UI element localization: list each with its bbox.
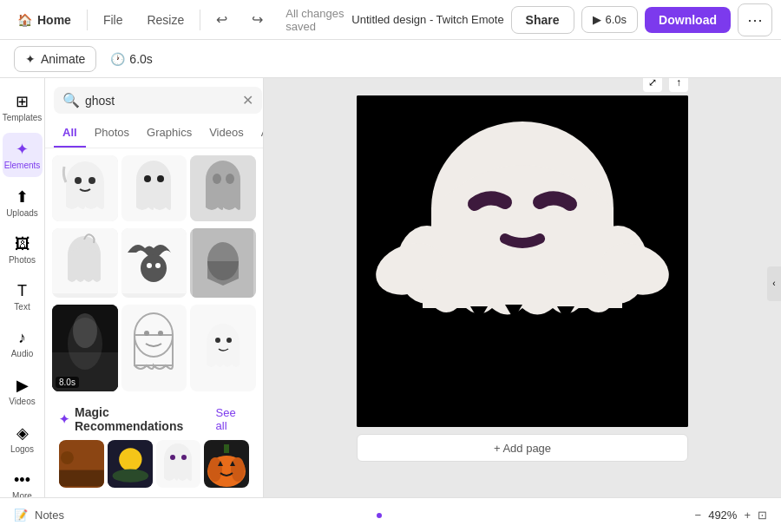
- sidebar-item-videos[interactable]: ▶ Videos: [3, 369, 43, 413]
- sidebar-label-photos: Photos: [9, 255, 36, 265]
- svg-point-6: [144, 175, 151, 182]
- sidebar-label-logos: Logos: [10, 444, 34, 454]
- videos-icon: ▶: [16, 376, 29, 395]
- magic-img-2: [108, 440, 153, 488]
- result-item-6[interactable]: [190, 228, 256, 298]
- svg-point-10: [213, 174, 221, 184]
- result-item-3[interactable]: [190, 155, 256, 221]
- result-item-4[interactable]: [52, 228, 118, 298]
- zoom-out-button[interactable]: −: [695, 509, 702, 522]
- svg-point-15: [147, 263, 152, 268]
- canvas-scroll[interactable]: ⤢ ↑: [264, 78, 781, 497]
- redo-button[interactable]: ↪: [243, 6, 272, 33]
- topbar: 🏠 Home File Resize ↩ ↪ All changes saved…: [0, 0, 781, 40]
- notes-label[interactable]: Notes: [35, 509, 64, 522]
- svg-point-27: [158, 331, 163, 336]
- download-button[interactable]: Download: [645, 7, 731, 33]
- tab-videos[interactable]: Videos: [200, 119, 253, 148]
- result-item-5[interactable]: [121, 228, 187, 298]
- svg-point-16: [155, 263, 161, 268]
- sidebar-label-audio: Audio: [11, 349, 34, 358]
- fit-page-button[interactable]: ⊡: [758, 509, 767, 522]
- bottombar-right: − 492% + ⊡: [695, 509, 767, 522]
- magic-title-text: Magic Recommendations: [75, 405, 216, 433]
- result-item-8[interactable]: [121, 305, 187, 391]
- svg-rect-19: [207, 261, 239, 279]
- home-button[interactable]: 🏠 Home: [9, 8, 80, 32]
- tab-all[interactable]: All: [54, 119, 86, 148]
- search-panel: 🔍 ✕ ⚙ All Photos Graphics Videos Audio: [45, 78, 264, 497]
- result-item-1[interactable]: [52, 155, 118, 221]
- result-item-2[interactable]: [121, 155, 187, 221]
- magic-title: ✦ Magic Recommendations: [59, 405, 216, 433]
- export-icon[interactable]: ↑: [669, 78, 688, 92]
- sidebar-item-logos[interactable]: ◈ Logos: [3, 417, 43, 461]
- page-dot-1: [377, 513, 382, 518]
- magic-item-3[interactable]: [156, 440, 201, 488]
- zoom-in-button[interactable]: +: [744, 509, 751, 522]
- more-options-button[interactable]: ⋯: [738, 3, 772, 36]
- sidebar-item-photos[interactable]: 🖼 Photos: [3, 228, 43, 272]
- resize-button[interactable]: Resize: [138, 8, 193, 32]
- sidebar-item-templates[interactable]: ⊞ Templates: [3, 85, 43, 129]
- svg-point-11: [226, 174, 234, 184]
- animate-button[interactable]: ✦ Animate: [14, 46, 96, 72]
- search-icon: 🔍: [62, 92, 80, 108]
- magic-item-2[interactable]: [108, 440, 153, 488]
- result-img-5: [121, 228, 187, 294]
- sidebar-label-more: More: [12, 491, 32, 497]
- add-page-button[interactable]: + Add page: [357, 434, 688, 462]
- play-icon: ▶: [593, 13, 601, 26]
- svg-point-14: [141, 254, 167, 282]
- sidebar-label-elements: Elements: [4, 161, 41, 170]
- magic-item-1[interactable]: [59, 440, 104, 488]
- tab-photos[interactable]: Photos: [86, 119, 138, 148]
- play-duration: 6.0s: [606, 13, 627, 26]
- file-button[interactable]: File: [95, 8, 132, 32]
- magic-recommendations-section: ✦ Magic Recommendations See all: [52, 398, 256, 491]
- bottombar: 📝 Notes − 492% + ⊡: [0, 497, 781, 532]
- sidebar-item-text[interactable]: T Text: [3, 275, 43, 319]
- tab-audio[interactable]: Audio: [253, 119, 264, 148]
- bottombar-left: 📝 Notes: [14, 509, 64, 522]
- magic-see-all-link[interactable]: See all: [216, 406, 249, 432]
- share-button[interactable]: Share: [511, 6, 574, 34]
- tab-graphics[interactable]: Graphics: [138, 119, 200, 148]
- sidebar-item-elements[interactable]: ✦ Elements: [3, 133, 43, 177]
- sidebar-item-audio[interactable]: ♪ Audio: [3, 322, 43, 365]
- clear-search-icon[interactable]: ✕: [242, 92, 253, 108]
- result-item-7[interactable]: 8.0s: [52, 305, 118, 391]
- duration-value: 6.0s: [129, 52, 152, 66]
- play-button[interactable]: ▶ 6.0s: [581, 6, 639, 33]
- canvas-content[interactable]: [357, 95, 688, 427]
- sidebar-item-more[interactable]: ••• More: [3, 464, 43, 497]
- expand-icon[interactable]: ⤢: [643, 78, 662, 92]
- animate-label: Animate: [41, 52, 85, 66]
- document-title: Untitled design - Twitch Emote: [351, 13, 503, 26]
- result-img-4: [52, 228, 118, 294]
- results-scroll[interactable]: 8.0s: [45, 148, 263, 497]
- uploads-icon: ⬆: [16, 187, 29, 207]
- svg-point-7: [157, 175, 164, 182]
- magic-item-4[interactable]: [204, 440, 249, 488]
- magic-img-4: [204, 440, 249, 488]
- text-icon: T: [17, 282, 27, 300]
- search-input-wrap: 🔍 ✕: [54, 87, 262, 114]
- result-img-1: [52, 155, 118, 221]
- undo-button[interactable]: ↩: [207, 6, 236, 33]
- magic-img-3: [156, 440, 201, 488]
- result-item-9[interactable]: [190, 305, 256, 391]
- ghost-canvas-svg: [357, 95, 688, 427]
- search-input[interactable]: [85, 94, 237, 108]
- svg-point-26: [144, 331, 149, 336]
- svg-point-3: [89, 177, 95, 184]
- zoom-level-display[interactable]: 492%: [708, 509, 737, 522]
- svg-point-45: [231, 457, 245, 482]
- search-tabs: All Photos Graphics Videos Audio: [45, 119, 263, 148]
- sidebar-label-text: Text: [14, 302, 30, 312]
- sidebar-item-uploads[interactable]: ⬆ Uploads: [3, 181, 43, 225]
- divider-2: [200, 10, 200, 30]
- sidebar-label-templates: Templates: [3, 113, 43, 122]
- main-area: ⊞ Templates ✦ Elements ⬆ Uploads 🖼 Photo…: [0, 78, 781, 497]
- canvas-area: ⤢ ↑: [264, 78, 781, 497]
